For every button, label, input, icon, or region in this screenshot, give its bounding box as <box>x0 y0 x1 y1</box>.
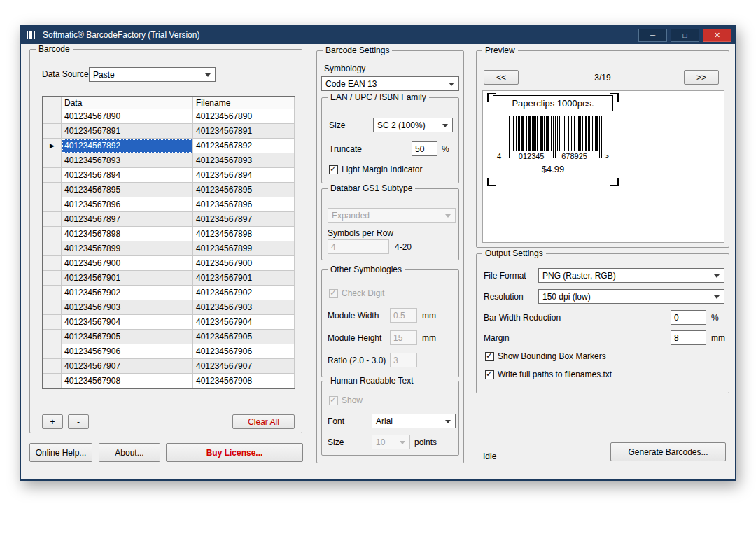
table-row[interactable]: 401234567905401234567905 <box>43 330 295 344</box>
bounding-box-checkbox[interactable] <box>485 352 494 361</box>
column-header-filename[interactable]: Filename <box>193 97 295 109</box>
filename-cell[interactable]: 401234567908 <box>193 374 295 388</box>
add-row-button[interactable]: + <box>42 414 63 429</box>
filename-cell[interactable]: 401234567893 <box>193 153 295 168</box>
about-button[interactable]: About... <box>99 443 160 462</box>
barcode-data-grid[interactable]: Data Filename 40123456789040123456789040… <box>42 96 295 389</box>
table-row[interactable]: 401234567899401234567899 <box>43 241 295 256</box>
maximize-button[interactable]: □ <box>671 29 699 42</box>
data-cell[interactable]: 401234567898 <box>62 227 193 241</box>
data-cell[interactable]: 401234567905 <box>62 330 193 344</box>
row-selector-cell[interactable] <box>43 197 62 212</box>
data-cell[interactable]: 401234567891 <box>62 124 193 139</box>
row-selector-cell[interactable] <box>43 300 62 315</box>
table-row[interactable]: 401234567891401234567891 <box>43 124 295 139</box>
row-selector-cell[interactable] <box>43 256 62 271</box>
symbology-dropdown[interactable]: Code EAN 13 <box>321 76 459 91</box>
filename-cell[interactable]: 401234567906 <box>193 344 295 359</box>
truncate-input[interactable] <box>412 141 438 156</box>
data-cell[interactable]: 401234567903 <box>62 300 193 315</box>
filename-cell[interactable]: 401234567899 <box>193 241 295 256</box>
filename-cell[interactable]: 401234567903 <box>193 300 295 315</box>
table-row[interactable]: 401234567903401234567903 <box>43 300 295 315</box>
row-selector-cell[interactable] <box>43 212 62 227</box>
table-row[interactable]: 401234567898401234567898 <box>43 227 295 241</box>
next-preview-button[interactable]: >> <box>684 70 719 85</box>
row-selector-cell[interactable]: ▶ <box>43 139 62 153</box>
row-selector-cell[interactable] <box>43 344 62 359</box>
filename-cell[interactable]: 401234567891 <box>193 124 295 139</box>
table-row[interactable]: 401234567894401234567894 <box>43 168 295 183</box>
data-cell[interactable]: 401234567907 <box>62 359 193 374</box>
table-row[interactable]: 401234567908401234567908 <box>43 374 295 388</box>
filename-cell[interactable]: 401234567901 <box>193 271 295 286</box>
row-selector-cell[interactable] <box>43 286 62 300</box>
data-cell[interactable]: 401234567901 <box>62 271 193 286</box>
table-row[interactable]: 401234567904401234567904 <box>43 315 295 330</box>
data-cell[interactable]: 401234567893 <box>62 153 193 168</box>
row-selector-cell[interactable] <box>43 271 62 286</box>
generate-barcodes-button[interactable]: Generate Barcodes... <box>610 442 726 461</box>
filename-cell[interactable]: 401234567900 <box>193 256 295 271</box>
table-row[interactable]: 401234567895401234567895 <box>43 183 295 197</box>
clear-all-button[interactable]: Clear All <box>232 414 295 429</box>
data-cell[interactable]: 401234567904 <box>62 315 193 330</box>
filename-cell[interactable]: 401234567896 <box>193 197 295 212</box>
remove-row-button[interactable]: - <box>68 414 89 429</box>
row-selector-cell[interactable] <box>43 168 62 183</box>
online-help-button[interactable]: Online Help... <box>29 443 92 462</box>
data-cell[interactable]: 401234567900 <box>62 256 193 271</box>
data-cell[interactable]: 401234567892 <box>62 139 193 153</box>
table-row[interactable]: 401234567890401234567890 <box>43 109 295 124</box>
filename-cell[interactable]: 401234567890 <box>193 109 295 124</box>
row-selector-cell[interactable] <box>43 109 62 124</box>
filename-cell[interactable]: 401234567898 <box>193 227 295 241</box>
table-row[interactable]: 401234567907401234567907 <box>43 359 295 374</box>
data-source-dropdown[interactable]: Paste <box>89 67 216 82</box>
title-bar[interactable]: Softmatic® BarcodeFactory (Trial Version… <box>21 26 735 44</box>
table-row[interactable]: 401234567901401234567901 <box>43 271 295 286</box>
filename-cell[interactable]: 401234567897 <box>193 212 295 227</box>
data-cell[interactable]: 401234567908 <box>62 374 193 388</box>
close-button[interactable]: ✕ <box>703 29 732 42</box>
data-cell[interactable]: 401234567894 <box>62 168 193 183</box>
table-row[interactable]: 401234567900401234567900 <box>43 256 295 271</box>
full-paths-checkbox[interactable] <box>485 370 494 379</box>
table-row[interactable]: 401234567906401234567906 <box>43 344 295 359</box>
row-selector-cell[interactable] <box>43 359 62 374</box>
margin-input[interactable] <box>671 330 706 345</box>
filename-cell[interactable]: 401234567894 <box>193 168 295 183</box>
filename-cell[interactable]: 401234567895 <box>193 183 295 197</box>
table-row[interactable]: 401234567896401234567896 <box>43 197 295 212</box>
bar-width-reduction-input[interactable] <box>671 310 706 325</box>
row-selector-cell[interactable] <box>43 241 62 256</box>
resolution-dropdown[interactable]: 150 dpi (low) <box>538 289 724 304</box>
table-row[interactable]: 401234567893401234567893 <box>43 153 295 168</box>
filename-cell[interactable]: 401234567907 <box>193 359 295 374</box>
minimize-button[interactable]: ─ <box>638 29 667 42</box>
table-row[interactable]: ▶401234567892401234567892 <box>43 139 295 153</box>
font-dropdown[interactable]: Arial <box>372 414 456 428</box>
row-selector-cell[interactable] <box>43 315 62 330</box>
data-cell[interactable]: 401234567890 <box>62 109 193 124</box>
row-selector-cell[interactable] <box>43 183 62 197</box>
row-selector-cell[interactable] <box>43 124 62 139</box>
row-selector-cell[interactable] <box>43 227 62 241</box>
data-cell[interactable]: 401234567897 <box>62 212 193 227</box>
filename-cell[interactable]: 401234567904 <box>193 315 295 330</box>
data-cell[interactable]: 401234567896 <box>62 197 193 212</box>
column-header-data[interactable]: Data <box>62 97 193 109</box>
row-selector-cell[interactable] <box>43 330 62 344</box>
data-cell[interactable]: 401234567902 <box>62 286 193 300</box>
row-selector-cell[interactable] <box>43 374 62 388</box>
buy-license-button[interactable]: Buy License... <box>166 443 303 462</box>
data-cell[interactable]: 401234567895 <box>62 183 193 197</box>
row-selector-cell[interactable] <box>43 153 62 168</box>
table-row[interactable]: 401234567897401234567897 <box>43 212 295 227</box>
filename-cell[interactable]: 401234567905 <box>193 330 295 344</box>
filename-cell[interactable]: 401234567902 <box>193 286 295 300</box>
file-format-dropdown[interactable]: PNG (Raster, RGB) <box>538 268 724 283</box>
filename-cell[interactable]: 401234567892 <box>193 139 295 153</box>
size-dropdown[interactable]: SC 2 (100%) <box>373 118 453 132</box>
data-cell[interactable]: 401234567899 <box>62 241 193 256</box>
